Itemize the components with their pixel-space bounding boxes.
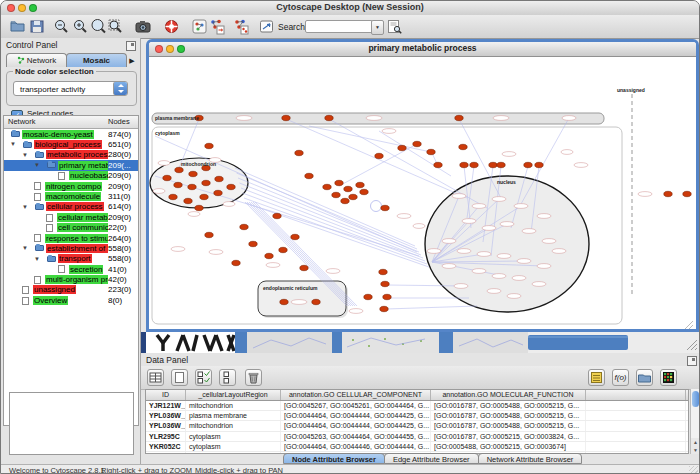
search-scope-button[interactable]: ▼	[371, 20, 384, 35]
tree-row[interactable]: cellular metabo209(0)	[4, 212, 138, 222]
status-zoom-hint: Right-click + drag to ZOOM	[101, 466, 192, 474]
attribute-table-header[interactable]: ID_cellularLayoutRegionannotation.GO CEL…	[146, 390, 688, 401]
tree-row-node-count: 8(0)	[108, 296, 138, 306]
tab-mosaic[interactable]: Mosaic	[66, 53, 127, 67]
gene-nodes[interactable]	[163, 115, 691, 311]
network-canvas[interactable]: plasma membrane cytoplasm mitochondrion …	[149, 56, 696, 332]
attribute-list-icon[interactable]	[588, 369, 605, 386]
tree-row[interactable]: ▼biological_process651(0)	[4, 139, 138, 149]
float-panel-icon[interactable]	[126, 41, 136, 51]
tree-row[interactable]: ▼metabolic process280(0)	[4, 150, 138, 160]
file-icon	[34, 234, 41, 242]
expander-icon[interactable]: ▼	[10, 139, 16, 149]
tab-network-attribute-browser[interactable]: Network Attribute Browser	[478, 453, 583, 464]
tree-row[interactable]: macromolecule311(0)	[4, 191, 138, 201]
expander-icon[interactable]: ▼	[22, 202, 28, 212]
tree-row[interactable]: secretion41(0)	[4, 264, 138, 274]
float-data-panel-icon[interactable]	[687, 356, 697, 366]
tree-row[interactable]: nitrogen compo209(0)	[4, 181, 138, 191]
tree-row[interactable]: ▼primary metabo209(...	[4, 160, 138, 170]
tree-row-node-count: 264(0)	[108, 234, 138, 244]
scrollbar-arrows[interactable]: ▲▼	[691, 438, 700, 454]
table-cell: mitochondrion	[186, 421, 281, 430]
attribute-browser-tabs: Node Attribute BrowserEdge Attribute Bro…	[283, 453, 581, 464]
import-attributes-icon[interactable]	[636, 369, 653, 386]
create-attribute-icon[interactable]	[171, 369, 188, 386]
tree-row[interactable]: multi-organism pro42(0)	[4, 274, 138, 284]
column-header[interactable]: annotation.GO CELLULAR_COMPONENT	[281, 390, 431, 400]
control-panel-tabs: Network Mosaic ▶	[1, 52, 140, 68]
search-input[interactable]	[305, 20, 373, 33]
search-config-icon[interactable]	[386, 18, 403, 35]
zoom-selected-icon[interactable]	[90, 18, 107, 35]
table-row[interactable]: YPL036W__1mitochondrion[GO:0044464, GO:0…	[146, 421, 688, 431]
zoom-out-icon[interactable]	[53, 18, 70, 35]
birdseye-view[interactable]	[9, 392, 134, 455]
column-header[interactable]: _cellularLayoutRegion	[186, 390, 281, 400]
table-row[interactable]: YJR121W__1mitochondrion[GO:0045267, GO:0…	[146, 401, 688, 411]
window-resize-grip[interactable]	[689, 466, 698, 474]
table-cell	[586, 411, 686, 420]
network-window-titlebar[interactable]: primary metabolic process	[149, 42, 696, 57]
import-network-icon[interactable]	[191, 18, 208, 35]
expander-icon[interactable]: ▼	[22, 243, 28, 253]
help-icon[interactable]	[163, 18, 180, 35]
network-from-selection-icon[interactable]	[233, 18, 250, 35]
table-cell: [GO:0045267, GO:0045261, GO:0044464, G..…	[281, 401, 431, 410]
open-icon[interactable]	[9, 18, 26, 35]
annotation-icon[interactable]	[258, 18, 275, 35]
tree-row[interactable]: ▼establishment of lo558(0)	[4, 243, 138, 253]
column-header-filler[interactable]	[586, 390, 686, 400]
treeview-icon[interactable]	[660, 369, 677, 386]
tab-edge-attribute-browser[interactable]: Edge Attribute Browser	[384, 453, 479, 464]
tree-row[interactable]: unassigned223(0)	[4, 285, 138, 295]
mitochondrion-label: mitochondrion	[181, 161, 216, 167]
zoom-in-icon[interactable]	[72, 18, 89, 35]
delete-attribute-icon[interactable]	[245, 369, 262, 386]
tree-row[interactable]: ▼cellular process614(0)	[4, 202, 138, 212]
table-scrollbar[interactable]: ▲▼	[690, 389, 700, 454]
tree-row-label: transport	[58, 254, 92, 263]
select-attributes-icon[interactable]	[195, 369, 212, 386]
scrollbar-thumb[interactable]	[692, 391, 699, 407]
expander-icon[interactable]: ▼	[34, 160, 40, 170]
tree-row-label: primary metabo	[58, 161, 116, 170]
attribute-table[interactable]: ID_cellularLayoutRegionannotation.GO CEL…	[145, 389, 689, 454]
expander-icon[interactable]: ▼	[22, 150, 28, 160]
background-windows[interactable]	[141, 332, 700, 353]
table-row[interactable]: YKR052Ccytoplasm[GO:0044464, GO:0044446,…	[146, 442, 688, 452]
tab-overflow-button[interactable]: ▶	[126, 55, 138, 67]
tab-network[interactable]: Network	[6, 53, 67, 67]
tree-header[interactable]: Network Nodes	[4, 116, 138, 129]
dropdown-stepper-icon	[113, 82, 127, 95]
column-header[interactable]: annotation.GO MOLECULAR_FUNCTION	[431, 390, 586, 400]
file-icon	[22, 297, 29, 305]
table-cell: [GO:0016787, GO:0005488, GO:0005215, G..…	[431, 401, 586, 410]
snapshot-icon[interactable]	[135, 18, 152, 35]
node-color-dropdown[interactable]: transporter activity	[13, 81, 128, 96]
zoom-fit-icon[interactable]	[107, 18, 124, 35]
tree-row[interactable]: nucleobase-209(0)	[4, 171, 138, 181]
tree-row[interactable]: mosaic-demo-yeast874(0)	[4, 129, 138, 139]
tree-row[interactable]: response to stimulu264(0)	[4, 233, 138, 243]
expander-icon[interactable]: ▼	[34, 254, 40, 264]
network-tab-icon	[17, 55, 25, 63]
data-panel: Data Panel f(o) ID_cellularLayoutRegiona…	[141, 353, 700, 464]
tree-row-label: nitrogen compo	[45, 182, 102, 191]
tree-row[interactable]: cell communicat22(0)	[4, 223, 138, 233]
attribute-select-icon[interactable]	[147, 369, 164, 386]
tab-node-attribute-browser[interactable]: Node Attribute Browser	[283, 453, 385, 464]
canvas-resize-grip[interactable]	[685, 321, 693, 329]
table-row[interactable]: YPL036W__2plasma membrane[GO:0044464, GO…	[146, 411, 688, 421]
tree-row[interactable]: ▼transport558(0)	[4, 254, 138, 264]
new-network-icon[interactable]	[209, 18, 226, 35]
save-icon[interactable]	[29, 18, 46, 35]
tree-row-node-count: 280(0)	[108, 150, 138, 160]
column-header[interactable]: ID	[146, 390, 186, 400]
unselect-attributes-icon[interactable]	[219, 369, 236, 386]
tree-row-label: cellular metabo	[57, 213, 113, 222]
function-builder-icon[interactable]: f(o)	[612, 369, 629, 386]
table-cell: [GO:0045263, GO:0044464, GO:0044455, G..…	[281, 432, 431, 441]
table-row[interactable]: YLR295Ccytoplasm[GO:0045263, GO:0044464,…	[146, 432, 688, 442]
tree-row[interactable]: Overview8(0)	[4, 295, 138, 305]
